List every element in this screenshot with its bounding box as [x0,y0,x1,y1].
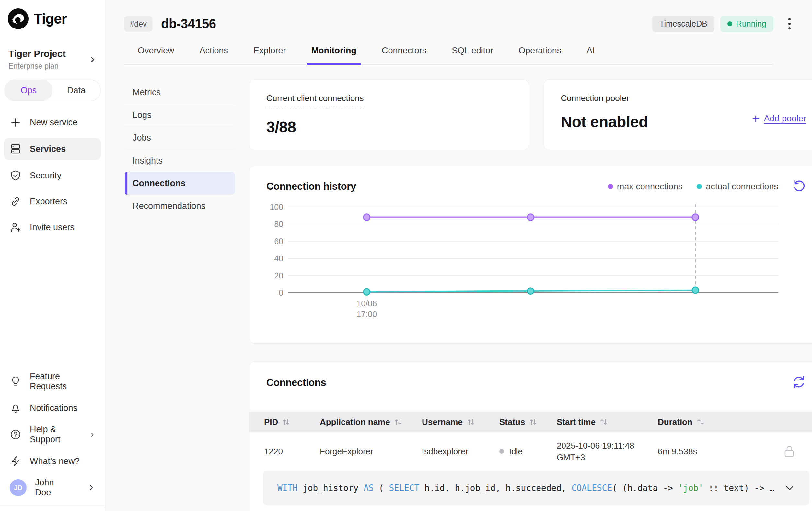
sidebar: Tiger Tiger Project Enterprise plan Ops … [0,0,105,511]
sidebar-item-feature-requests[interactable]: Feature Requests [4,372,101,391]
sidebar-item-exporters[interactable]: Exporters [4,191,101,212]
pooler-value: Not enabled [561,113,648,131]
legend-dot-icon [608,184,613,189]
sort-icon[interactable] [696,418,705,426]
sidebar-item-security[interactable]: Security [4,165,101,186]
client-connections-card: Current client connections 3/88 [249,79,529,150]
legend-label: max connections [617,182,683,192]
cell-duration: 6m 9.538s [658,447,755,457]
tab-operations[interactable]: Operations [518,46,561,64]
sidebar-item-new-service[interactable]: New service [4,112,101,133]
status-label: Running [736,19,766,29]
tab-monitoring[interactable]: Monitoring [311,46,356,64]
status-badge: Running [720,16,774,32]
main-area: #dev db-34156 TimescaleDB Running Overvi… [105,0,812,511]
subnav-connections[interactable]: Connections [125,172,235,194]
subnav-insights[interactable]: Insights [125,149,235,172]
pooler-title: Connection pooler [561,93,629,103]
project-plan: Enterprise plan [8,62,66,70]
kebab-menu-icon[interactable] [784,15,795,33]
footer-item-label: Help & Support [30,424,72,445]
sidebar-item-label: Invite users [30,222,75,233]
services-icon [10,143,21,155]
lightbulb-icon [10,375,21,387]
cell-start-time: 2025-10-06 19:11:48 GMT+3 [557,440,658,463]
cell-status: Idle [499,447,557,457]
connection-history-chart[interactable]: 02040608010010/0617:00 [266,202,784,332]
tab-connectors[interactable]: Connectors [382,46,427,64]
subnav-recommendations[interactable]: Recommendations [125,194,235,217]
chart-legend: max connections actual connections [608,182,778,192]
table-row[interactable]: 1220 ForgeExplorer tsdbexplorer Idle 202… [250,432,812,471]
project-switcher[interactable]: Tiger Project Enterprise plan [4,49,101,70]
user-name: John Doe [35,478,70,498]
sidebar-item-label: New service [30,118,78,128]
client-connections-value: 3/88 [266,118,512,136]
toggle-data[interactable]: Data [53,80,100,101]
tab-explorer[interactable]: Explorer [253,46,286,64]
sidebar-item-label: Exporters [30,197,67,207]
legend-label: actual connections [706,182,778,192]
brand-logo[interactable]: Tiger [4,6,101,32]
svg-text:80: 80 [274,219,283,229]
legend-max-connections: max connections [608,182,683,192]
col-pid: PID [264,417,278,427]
col-status: Status [499,417,525,427]
cell-username: tsdbexplorer [422,447,499,457]
sidebar-divider [0,506,105,511]
sort-icon[interactable] [394,418,402,426]
sort-icon[interactable] [467,418,475,426]
sort-icon[interactable] [600,418,608,426]
idle-dot-icon [499,449,504,454]
lock-icon [783,445,795,458]
table-header: PID Application name Username Status Sta… [250,412,812,432]
sidebar-item-services[interactable]: Services [4,138,101,160]
svg-text:40: 40 [274,254,283,263]
chevron-right-icon [87,483,95,492]
brand-name: Tiger [34,11,67,27]
chart-title: Connection history [266,181,356,192]
plus-icon: + [752,112,759,125]
col-duration: Duration [658,417,692,427]
sidebar-item-label: Security [30,171,62,181]
footer-item-label: Feature Requests [30,371,95,391]
refresh-icon[interactable] [791,375,806,390]
bell-icon [10,402,21,414]
plus-icon [10,117,21,128]
tab-actions[interactable]: Actions [200,46,228,64]
chevron-right-icon [88,55,96,64]
query-row[interactable]: WITH job_history AS ( SELECT h.id, h.job… [263,471,809,506]
sidebar-item-help-support[interactable]: Help & Support [4,425,101,444]
timescaledb-badge: TimescaleDB [652,16,715,32]
toggle-ops[interactable]: Ops [5,80,53,101]
col-username: Username [422,417,463,427]
sort-icon[interactable] [529,418,537,426]
add-pooler-button[interactable]: + Add pooler [752,106,806,131]
shield-check-icon [10,170,21,181]
page-header: #dev db-34156 TimescaleDB Running [105,0,812,33]
sidebar-item-notifications[interactable]: Notifications [4,398,101,418]
footer-item-label: What's new? [30,456,80,466]
col-application-name: Application name [320,417,390,427]
lightning-icon [10,455,21,467]
chevron-down-icon[interactable] [784,482,795,493]
chevron-right-icon [89,430,95,439]
legend-actual-connections: actual connections [697,182,778,192]
tab-overview[interactable]: Overview [138,46,174,64]
sidebar-item-whats-new[interactable]: What's new? [4,451,101,471]
user-menu[interactable]: JD John Doe [4,478,101,498]
tab-sql-editor[interactable]: SQL editor [452,46,493,64]
user-plus-icon [10,221,21,233]
reset-history-icon[interactable] [791,179,806,194]
cell-application-name: ForgeExplorer [320,447,422,457]
cell-pid: 1220 [264,447,320,457]
subnav-jobs[interactable]: Jobs [125,127,235,149]
tab-ai[interactable]: AI [586,46,595,64]
subnav-metrics[interactable]: Metrics [125,81,235,104]
subnav-logs[interactable]: Logs [125,104,235,127]
project-name: Tiger Project [8,49,66,59]
client-connections-title: Current client connections [266,93,364,109]
col-start-time: Start time [557,417,596,427]
sort-icon[interactable] [282,418,290,426]
sidebar-item-invite-users[interactable]: Invite users [4,217,101,238]
